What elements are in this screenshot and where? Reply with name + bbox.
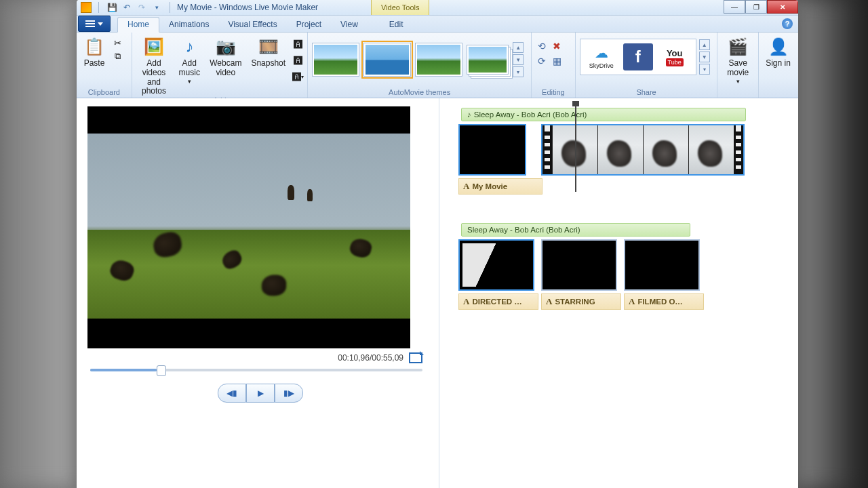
title-clip[interactable] [458, 124, 526, 176]
video-frame [87, 134, 410, 319]
play-button[interactable]: ▶ [246, 384, 275, 403]
menu-icon [85, 23, 95, 24]
ribbon-tabstrip: Home Animations Visual Effects Project V… [77, 16, 798, 33]
text-icon: A [463, 296, 469, 307]
audio-track-1[interactable]: ♪ Sleep Away - Bob Acri (Bob Acri) [461, 108, 746, 121]
ribbon: 📋 Paste ✂ ⧉ Clipboard 🖼️ Add videos and … [77, 33, 798, 98]
text-icon: A [463, 181, 469, 192]
remove-icon[interactable]: ✖ [551, 40, 563, 52]
select-all-icon[interactable]: ▦ [551, 55, 563, 67]
save-icon[interactable]: 💾 [107, 3, 117, 12]
sign-in-icon: 👤 [768, 36, 789, 58]
help-icon[interactable]: ? [782, 18, 793, 29]
maximize-button[interactable]: ❐ [745, 0, 767, 14]
webcam-video-button[interactable]: 📷 Webcam video [207, 35, 244, 78]
youtube-icon: You Tube [658, 48, 692, 66]
audio-track-2[interactable]: Sleep Away - Bob Acri (Bob Acri) [461, 223, 690, 237]
gallery-scroll-down-icon[interactable]: ▼ [513, 54, 524, 65]
preview-monitor[interactable] [87, 106, 410, 348]
titlebar: 💾 ↶ ↷ ▾ My Movie - Windows Live Movie Ma… [77, 0, 798, 16]
theme-thumb-1[interactable] [312, 43, 359, 77]
fullscreen-icon[interactable] [409, 352, 422, 363]
caption-icon[interactable]: 🅰 [292, 55, 303, 66]
facebook-icon: f [623, 43, 653, 70]
theme-thumb-2[interactable] [363, 43, 411, 77]
tab-edit[interactable]: Edit [380, 18, 413, 32]
group-label-clipboard: Clipboard [81, 88, 127, 98]
previous-frame-button[interactable]: ◀▮ [218, 384, 246, 403]
window-title: My Movie - Windows Live Movie Maker [177, 3, 318, 12]
share-more-icon[interactable]: ▾ [699, 64, 710, 75]
tab-view[interactable]: View [331, 18, 368, 32]
video-clip-1[interactable] [541, 124, 745, 176]
webcam-icon: 📷 [215, 36, 237, 58]
share-facebook[interactable]: f [620, 42, 656, 72]
save-movie-icon: 🎬 [727, 36, 749, 58]
chevron-down-icon: ▾ [301, 74, 304, 80]
tab-visual-effects[interactable]: Visual Effects [218, 18, 286, 32]
close-button[interactable]: ✕ [767, 0, 798, 14]
group-label-share: Share [580, 88, 713, 98]
credits-clip-1[interactable] [458, 239, 534, 291]
playback-time: 00:10,96/00:55,09 [338, 353, 403, 363]
credits-caption-3[interactable]: AFILMED O… [624, 293, 704, 310]
share-gallery: ☁ SkyDrive f You Tube [580, 39, 696, 75]
next-frame-button[interactable]: ▮▶ [275, 384, 303, 403]
app-icon [81, 2, 92, 13]
theme-thumb-3[interactable] [415, 43, 462, 77]
cut-icon[interactable]: ✂ [112, 37, 123, 48]
tab-home[interactable]: Home [117, 17, 159, 33]
workspace: 00:10,96/00:55,09 ◀▮ ▶ ▮▶ ♪ Slee [77, 98, 798, 488]
gallery-more-icon[interactable]: ▾ [513, 66, 524, 77]
clipboard-icon: 📋 [83, 36, 105, 58]
add-videos-button[interactable]: 🖼️ Add videos and photos [136, 35, 172, 96]
theme-thumb-4[interactable] [467, 45, 509, 75]
rotate-left-icon[interactable]: ⟲ [536, 40, 548, 52]
group-label-themes: AutoMovie themes [312, 88, 527, 98]
snapshot-button[interactable]: 🎞️ Snapshot [248, 35, 288, 68]
seek-slider[interactable] [90, 369, 422, 371]
undo-icon[interactable]: ↶ [122, 3, 132, 12]
track-1: ♪ Sleep Away - Bob Acri (Bob Acri) [458, 108, 787, 195]
track-2: Sleep Away - Bob Acri (Bob Acri) ADIRECT… [458, 223, 787, 310]
title-icon[interactable]: 🅰 [292, 39, 303, 49]
rotate-right-icon[interactable]: ⟳ [536, 55, 548, 67]
photos-icon: 🖼️ [143, 36, 165, 58]
playhead[interactable] [575, 104, 576, 192]
credits-clip-3[interactable] [624, 239, 700, 291]
automovie-themes-gallery[interactable]: ▲ ▼ ▾ [312, 35, 524, 81]
redo-icon[interactable]: ↷ [137, 3, 146, 12]
credits-clip-2[interactable] [541, 239, 617, 291]
caption-track-1[interactable]: A My Movie [458, 178, 542, 195]
copy-icon[interactable]: ⧉ [112, 51, 123, 62]
tab-project[interactable]: Project [287, 18, 331, 32]
share-scroll-down-icon[interactable]: ▼ [699, 52, 710, 62]
share-skydrive[interactable]: ☁ SkyDrive [583, 42, 620, 72]
contextual-tab-video-tools[interactable]: Video Tools [371, 0, 429, 15]
text-icon: A [546, 296, 552, 307]
music-note-icon: ♪ [178, 36, 200, 58]
snapshot-icon: 🎞️ [258, 36, 279, 58]
preview-pane: 00:10,96/00:55,09 ◀▮ ▶ ▮▶ [77, 98, 439, 488]
credits-icon[interactable]: 🅰 ▾ [292, 71, 303, 82]
music-note-icon: ♪ [467, 110, 471, 119]
text-icon: A [629, 296, 635, 307]
save-movie-button[interactable]: 🎬 Save movie ▾ [722, 35, 754, 85]
paste-button[interactable]: 📋 Paste [81, 35, 108, 68]
share-youtube[interactable]: You Tube [656, 42, 693, 72]
file-menu[interactable] [78, 16, 111, 32]
gallery-scroll-up-icon[interactable]: ▲ [513, 42, 524, 53]
sign-in-button[interactable]: 👤 Sign in [763, 35, 793, 68]
playback-controls: ◀▮ ▶ ▮▶ [87, 384, 433, 403]
credits-caption-1[interactable]: ADIRECTED … [458, 293, 538, 310]
storyboard-pane[interactable]: ♪ Sleep Away - Bob Acri (Bob Acri) [439, 98, 798, 488]
seek-thumb[interactable] [157, 365, 166, 376]
app-window: 💾 ↶ ↷ ▾ My Movie - Windows Live Movie Ma… [77, 0, 798, 488]
qat-dropdown-icon[interactable]: ▾ [152, 3, 161, 12]
add-music-button[interactable]: ♪ Add music ▾ [176, 35, 203, 85]
minimize-button[interactable]: — [724, 0, 745, 14]
credits-caption-2[interactable]: ASTARRING [541, 293, 621, 310]
tab-animations[interactable]: Animations [159, 18, 218, 32]
share-scroll-up-icon[interactable]: ▲ [699, 39, 710, 50]
group-label-editing: Editing [536, 88, 571, 98]
